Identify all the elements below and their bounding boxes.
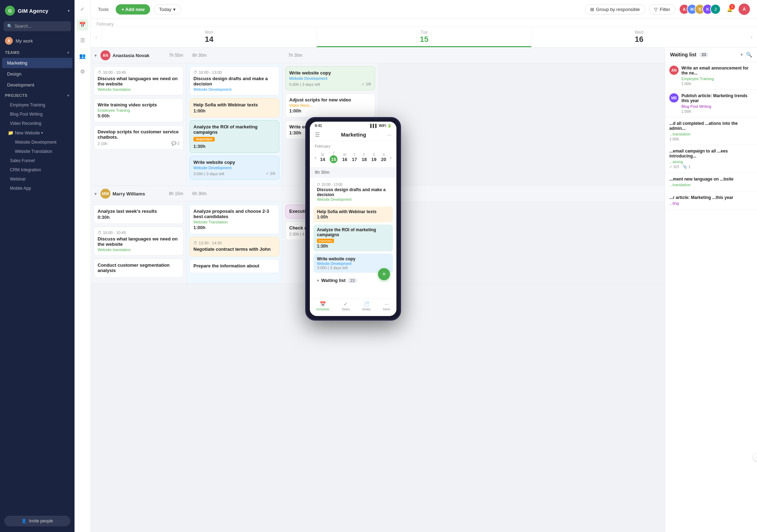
task-project: Video Reco... [289,103,371,107]
app-chevron: ▾ [68,9,70,13]
sidebar-project-blog-post[interactable]: Blog Post Writing [0,110,75,119]
task-card[interactable]: Analyze last week's results 0:30h [94,205,183,224]
mobile-prev-btn[interactable]: ‹ [315,155,317,160]
app-logo[interactable]: G GIM Agency ▾ [0,0,75,21]
my-work-item[interactable]: A My work [0,34,75,48]
waiting-card-1[interactable]: MB Publish article: Marketing trends thi… [665,90,757,117]
mobile-day-19[interactable]: S 19 [370,152,377,163]
group-by-btn[interactable]: ⊞ Group by responsible [585,4,646,15]
sidebar-project-webinar[interactable]: Webinar [0,174,75,184]
mobile-nav-schedule[interactable]: 📅 Schedule [313,301,332,311]
task-card[interactable]: Conduct customer segmentation analysis [94,259,183,278]
task-duration: 1:00h [289,108,371,113]
mobile-day-14[interactable]: M 14 [319,152,326,163]
waiting-card-0[interactable]: AN Write an email announcement for the n… [665,62,757,90]
sidebar-project-crm[interactable]: CRM Integration [0,165,75,174]
waiting-card-2[interactable]: ...d all completed ...ations into the ad… [665,117,757,145]
waiting-card-duration-1: 1:00h [681,109,753,113]
person-header-0: ▾ AN Anastasia Novak 7h 55m 8h 30m 7h 30… [91,48,665,63]
icon-sidebar: ✓ 📅 ☰ 👥 ⚙ [75,0,91,532]
task-card[interactable]: Write training video scripts Employee Tr… [94,98,183,122]
mobile-day-18[interactable]: F 18 [361,152,368,163]
task-card[interactable]: Develop scripts for customer service cha… [94,125,183,150]
day-col-15[interactable]: Tue 15 [317,27,532,47]
sidebar-project-sales-funnel[interactable]: Sales Funnel [0,156,75,165]
add-team-btn[interactable]: + [67,50,70,55]
filter-btn[interactable]: ▽ Filter [649,4,675,15]
user-avatar[interactable]: A [739,4,750,15]
day-col-14[interactable]: Mon 14 [102,27,317,47]
task-card-orange[interactable]: ⏱13:30 - 14:30 Negotiate contract terms … [190,237,279,256]
task-card[interactable]: Analyze proposals and choose 2-3 best ca… [190,205,279,234]
projects-section-header: Projects + [0,90,75,100]
task-card[interactable]: ⏱10:00 - 10:45 Discuss what languages we… [94,66,183,95]
task-card[interactable]: ⏱10:00 - 10:45 Discuss what languages we… [94,227,183,256]
day-num-14: 14 [103,35,315,44]
waiting-card-3[interactable]: ...email campaign to all ...ees introduc… [665,145,757,173]
mobile-task-time-0: ⏱10:00 - 13:00 [317,183,389,187]
sidebar-item-development[interactable]: Development [2,80,72,90]
task-duration: 1:00h [193,108,275,113]
sidebar-project-mobile-app[interactable]: Mobile App [0,184,75,193]
task-card[interactable]: ⏱10:00 - 13:00 Discuss design drafts and… [190,66,279,95]
task-card-blue[interactable]: Write website copy Website Development 3… [190,156,279,180]
mobile-screen: 9:41 ▌▌▌ WiFi 🔋 ☰ Marketing ··· February… [310,122,396,316]
day-name-16: Wed [533,30,745,35]
today-btn[interactable]: Today ▾ [154,4,181,15]
invite-people-btn[interactable]: 👤 Invite people [4,516,70,526]
people-icon-btn[interactable]: 👥 [77,50,88,62]
task-card-teal[interactable]: Analyze the ROI of marketing campaigns i… [190,120,279,153]
mobile-day-20[interactable]: S 20 [380,152,387,163]
next-day-btn[interactable]: › [746,27,757,47]
important-badge: important [193,137,215,142]
check-icon-btn[interactable]: ✓ [77,4,88,15]
sidebar-project-employee-training[interactable]: Employee Training [0,100,75,110]
sidebar-item-design[interactable]: Design [2,69,72,79]
task-card-orange[interactable]: Help Sofia with Webinar texts 1:00h [190,98,279,117]
task-card-green[interactable]: Write website copy Website Development 5… [285,66,375,90]
notification-btn[interactable]: 🔔 3 [724,4,735,15]
mobile-nav-more[interactable]: ··· More [380,301,393,311]
mobile-day-15[interactable]: T 15 [329,150,339,164]
add-project-btn[interactable]: + [67,93,70,98]
day-num-15: 15 [318,35,530,44]
mobile-more-icon[interactable]: ··· [387,132,391,138]
sidebar-project-website-trans[interactable]: Website Translation [0,147,75,156]
mobile-task-0[interactable]: ⏱10:00 - 13:00 Discuss design drafts and… [313,180,393,204]
mobile-nav-notes[interactable]: 📄 Notes [360,301,374,311]
day-col-16[interactable]: Wed 16 [531,27,746,47]
settings-icon-btn[interactable]: ⚙ [77,66,88,77]
task-card[interactable]: Adjust scripts for new video Video Reco.… [285,93,375,117]
waiting-search-icon[interactable]: 🔍 [746,52,752,57]
person-collapse-0[interactable]: ▾ [94,53,97,58]
mobile-nav-tasks[interactable]: ✓ Tasks [339,301,353,311]
list-icon-btn[interactable]: ☰ [77,35,88,46]
search-icon: 🔍 [7,24,12,29]
mobile-add-btn[interactable]: + [378,268,390,280]
sidebar-item-marketing[interactable]: Marketing [2,58,72,68]
waiting-add-icon[interactable]: + [740,52,743,57]
mobile-day-16[interactable]: W 16 [341,152,348,163]
prev-day-btn[interactable]: ‹ [91,27,102,47]
sidebar-project-website-dev[interactable]: Website Development [0,138,75,147]
search-bar[interactable]: 🔍 Search... [4,21,71,31]
mobile-task-2[interactable]: Analyze the ROI of marketing campaigns i… [313,225,393,251]
waiting-card-5[interactable]: ...r article: Marketing ...this year ...… [665,192,757,210]
mobile-next-btn[interactable]: › [390,155,391,160]
task-card[interactable]: Prepare the information about [190,259,279,273]
mobile-task-1[interactable]: Help Sofia with Webinar texts 1:00h [313,206,393,222]
mobile-day-17[interactable]: T 17 [351,152,358,163]
sidebar-project-video-recording[interactable]: Video Recording [0,119,75,128]
waiting-list-label: Waiting list [670,52,696,57]
sidebar-new-website[interactable]: 📁 New Website ▾ [0,128,75,138]
add-new-btn[interactable]: + Add new [116,4,150,15]
mobile-time: 9:41 [315,124,322,128]
person-collapse-1[interactable]: ▾ [94,191,97,196]
calendar-icon-btn[interactable]: 📅 [77,19,88,31]
mobile-add-area: + [310,288,396,299]
mobile-menu-icon[interactable]: ☰ [315,131,320,138]
avatar-5[interactable]: J [710,4,721,15]
task-time: ⏱10:00 - 10:45 [98,70,180,74]
waiting-card-4[interactable]: ...ment new language on ...bsite ...tran… [665,173,757,192]
chevron-icon: ▾ [41,131,43,135]
